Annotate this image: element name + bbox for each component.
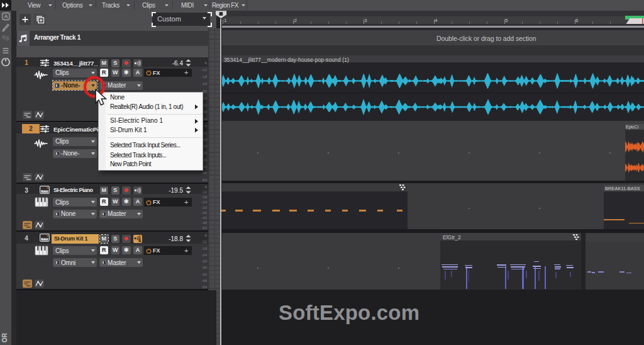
svg-text:A: A — [4, 13, 8, 20]
svg-text:A: A — [138, 239, 142, 243]
